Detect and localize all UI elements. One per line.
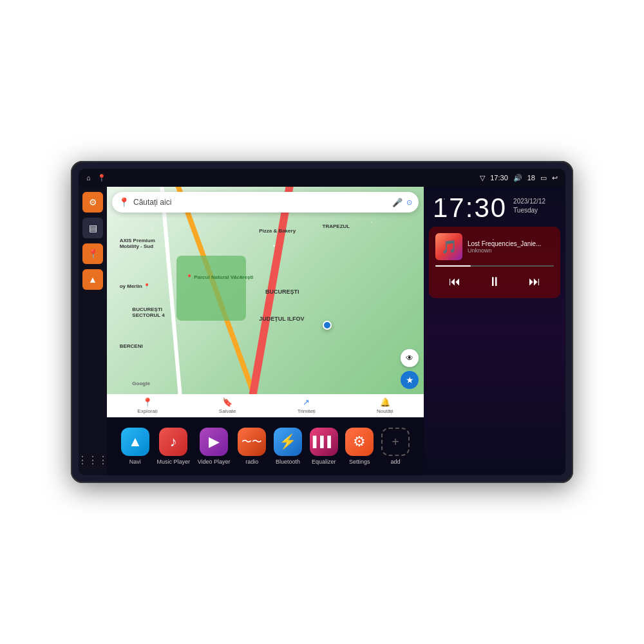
map-current-position [323,321,332,330]
clock: 17:30 [433,194,507,222]
map-label-sector4: BUCUREȘTISECTORUL 4 [132,307,164,318]
video-label: Video Player [198,459,231,465]
map-nav-trimiteti[interactable]: ↗ Trimiteți [298,397,316,414]
map-label-pizza: Pizza & Bakery [259,228,296,234]
battery-level: 18 [527,174,535,182]
status-time: 17:30 [490,174,508,182]
map-label-bucuresti: BUCUREȘTI [265,289,299,295]
map-label-axis: AXIS PremiumMobility - Sud [120,238,155,249]
app-music[interactable]: ♪ Music Player [157,428,191,465]
app-navi[interactable]: ▲ Navi [121,428,149,465]
center-content: AXIS PremiumMobility - Sud Pizza & Baker… [107,187,424,475]
radio-icon: 〜〜 [238,428,266,456]
noutati-icon: 🔔 [380,397,390,407]
map-eye-button[interactable]: 👁 [401,349,419,367]
status-left: ⌂ 📍 [86,174,106,182]
play-pause-button[interactable]: ⏸ [483,272,506,292]
main-area: ⚙ ▤ 📍 ▲ ⋮⋮⋮ [79,187,565,475]
map-bottom-bar: 📍 Explorați 🔖 Salvate ↗ Trimiteți 🔔 [107,394,424,417]
music-label: Music Player [157,459,191,465]
navi-label: Navi [129,459,141,465]
sidebar-location-button[interactable]: 📍 [82,243,103,264]
map-nav-explorați[interactable]: 📍 Explorați [138,397,158,414]
settings-label: Settings [349,459,370,465]
map-area[interactable]: AXIS PremiumMobility - Sud Pizza & Baker… [107,187,424,417]
prev-button[interactable]: ⏮ [444,272,466,291]
map-label-merlin: oy Merlin 📍 [120,283,150,289]
app-add[interactable]: + add [381,428,410,465]
map-nav-noutati[interactable]: 🔔 Noutăți [377,397,393,414]
device: ⌂ 📍 ▽ 17:30 🔊 18 ▭ ↩ ⚙ ▤ 📍 ▲ ⋮⋮⋮ [71,161,573,483]
sidebar-files-button[interactable]: ▤ [82,218,103,238]
explorați-label: Explorați [138,408,158,414]
noutati-label: Noutăți [377,408,393,414]
time-display: 17:30 [433,194,507,222]
equalizer-icon: ▌▌▌ [310,428,338,456]
map-park [176,256,246,320]
app-bluetooth[interactable]: ⚡ Bluetooth [274,428,302,465]
video-icon: ▶ [200,428,228,456]
map-label-trapezului: TRAPEZUL [323,223,350,229]
map-label-berceni: BERCENI [120,343,143,349]
trimiteti-icon: ↗ [303,397,310,407]
map-nav-salvate[interactable]: 🔖 Salvate [219,397,236,414]
map-search-input[interactable]: Căutați aici [133,198,388,207]
salvate-icon: 🔖 [222,397,232,407]
bottom-app-bar: ▲ Navi ♪ Music Player ▶ Video Player 〜〜 … [107,417,424,475]
sidebar-nav-button[interactable]: ▲ [82,269,103,290]
status-right: ▽ 17:30 🔊 18 ▭ ↩ [480,174,558,182]
music-text: Lost Frequencies_Janie... Unknown [468,240,554,254]
right-panel: 17:30 2023/12/12 Tuesday 🎵 Lost Frequenc… [424,187,565,475]
equalizer-label: Equalizer [312,459,336,465]
day: Tuesday [513,206,545,215]
add-label: add [391,459,401,465]
map-star-button[interactable]: ★ [401,371,419,389]
map-search-google-icon: 📍 [118,197,129,207]
bluetooth-label: Bluetooth [276,459,300,465]
sidebar-settings-button[interactable]: ⚙ [82,192,103,213]
radio-label: radio [245,459,258,465]
map-label-google: Google [132,381,150,386]
salvate-label: Salvate [219,408,236,414]
app-radio[interactable]: 〜〜 radio [238,428,266,465]
wifi-icon: ▽ [480,174,485,182]
app-equalizer[interactable]: ▌▌▌ Equalizer [310,428,338,465]
music-title: Lost Frequencies_Janie... [468,240,554,247]
music-widget: 🎵 Lost Frequencies_Janie... Unknown ⏮ ⏸ … [429,227,560,298]
date: 2023/12/12 [513,197,545,206]
add-icon: + [381,428,410,456]
music-progress-fill [435,265,471,267]
back-icon[interactable]: ↩ [552,174,558,182]
date-display: 2023/12/12 Tuesday [513,197,545,215]
status-bar: ⌂ 📍 ▽ 17:30 🔊 18 ▭ ↩ [79,169,565,187]
battery-icon: ▭ [540,174,547,182]
map-dot-icon[interactable]: ⊙ [406,198,412,207]
time-widget: 17:30 2023/12/12 Tuesday [424,187,565,227]
volume-icon: 🔊 [513,174,522,182]
app-video[interactable]: ▶ Video Player [198,428,231,465]
trimiteti-label: Trimiteți [298,408,316,414]
music-progress-bar[interactable] [435,265,554,267]
next-button[interactable]: ⏭ [524,272,545,291]
sidebar-grid-button[interactable]: ⋮⋮⋮ [82,450,103,470]
music-artist: Unknown [468,247,554,254]
music-controls: ⏮ ⏸ ⏭ [435,272,554,292]
left-sidebar: ⚙ ▤ 📍 ▲ ⋮⋮⋮ [79,187,107,475]
map-label-ilfov: JUDEȚUL ILFOV [259,316,304,322]
map-icon[interactable]: 📍 [97,174,106,182]
device-screen: ⌂ 📍 ▽ 17:30 🔊 18 ▭ ↩ ⚙ ▤ 📍 ▲ ⋮⋮⋮ [79,169,565,475]
music-icon: ♪ [159,428,187,456]
map-mic-icon[interactable]: 🎤 [392,198,402,207]
map-search-bar[interactable]: 📍 Căutați aici 🎤 ⊙ [112,192,419,213]
app-settings[interactable]: ⚙ Settings [345,428,374,465]
map-label-parcul: 📍 Parcul Natural Văcărești [186,274,253,280]
album-art: 🎵 [435,233,462,260]
settings-icon: ⚙ [345,428,374,456]
explorați-icon: 📍 [142,397,153,407]
navi-icon: ▲ [121,428,149,456]
bluetooth-icon: ⚡ [274,428,302,456]
map-background: AXIS PremiumMobility - Sud Pizza & Baker… [107,187,424,417]
home-icon[interactable]: ⌂ [86,174,91,182]
music-info: 🎵 Lost Frequencies_Janie... Unknown [435,233,554,260]
